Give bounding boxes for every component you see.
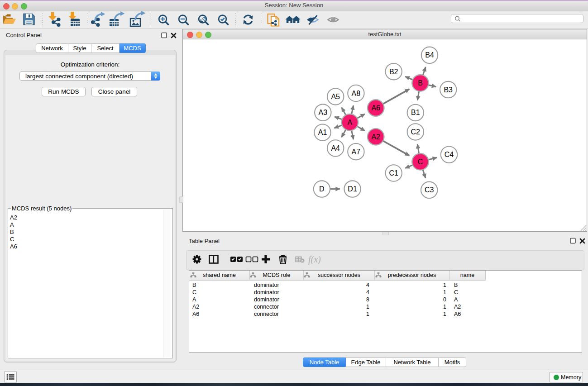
svg-text:A1: A1	[318, 129, 327, 136]
svg-text:A8: A8	[352, 90, 361, 97]
svg-text:B1: B1	[411, 109, 420, 116]
svg-text:C4: C4	[445, 151, 454, 158]
svg-text:f(x): f(x)	[308, 254, 321, 265]
svg-text:A3: A3	[319, 109, 328, 116]
svg-text:B: B	[418, 79, 423, 87]
svg-text:C2: C2	[411, 128, 421, 136]
svg-text:B2: B2	[389, 68, 398, 76]
svg-text:A4: A4	[331, 144, 340, 152]
svg-text:C1: C1	[389, 169, 398, 177]
svg-text:A5: A5	[331, 93, 340, 100]
svg-text:D: D	[319, 185, 325, 193]
svg-text:A7: A7	[352, 148, 361, 156]
svg-text:A2: A2	[371, 133, 380, 141]
svg-text:A: A	[348, 119, 353, 126]
svg-text:D1: D1	[348, 185, 357, 193]
svg-text:B3: B3	[444, 86, 453, 94]
svg-text:C3: C3	[425, 186, 434, 194]
svg-text:A6: A6	[371, 104, 380, 112]
svg-text:B4: B4	[425, 51, 434, 59]
svg-text:C: C	[418, 158, 423, 166]
